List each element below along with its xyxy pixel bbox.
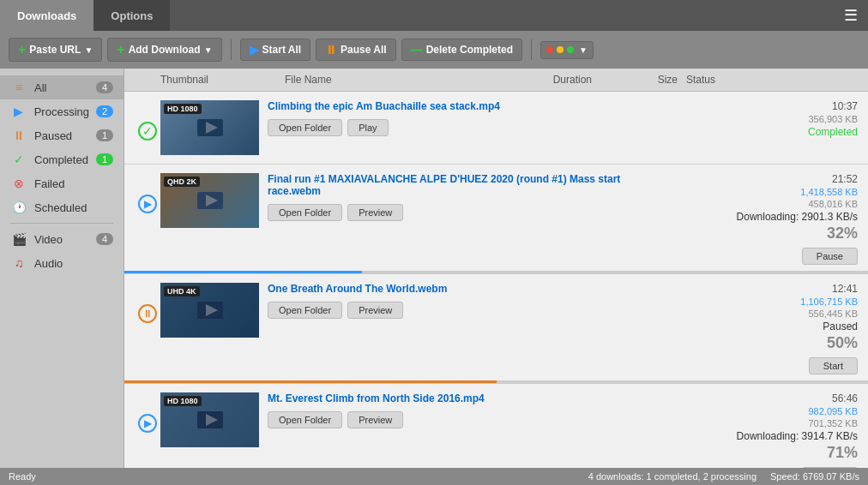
item-status-1: Completed [808, 126, 858, 138]
sidebar-item-paused[interactable]: ⏸ Paused 1 [0, 123, 124, 147]
paste-url-dropdown-arrow: ▼ [84, 45, 93, 55]
thumb-badge-3: UHD 4K [164, 286, 200, 296]
add-download-button[interactable]: + Add Download ▼ [107, 38, 221, 62]
sidebar-item-completed[interactable]: ✓ Completed 1 [0, 147, 124, 171]
item-status-2: Downloading: 2901.3 KB/s [737, 211, 858, 223]
play-circle-icon-4: ▶ [138, 414, 157, 433]
processing-icon: ▶ [10, 105, 27, 118]
thumb-badge-2: QHD 2K [164, 177, 200, 187]
item-info-3: One Breath Around The World.webm Open Fo… [268, 283, 669, 319]
item-filename-2[interactable]: Final run #1 MAXIAVALANCHE ALPE D'HUEZ 2… [268, 173, 669, 197]
item-percent-3: 50% [827, 334, 858, 352]
progress-bar-container-2 [124, 271, 868, 273]
plus-icon: + [18, 42, 26, 57]
item-duration-4: 56:46 [832, 392, 858, 404]
item-status-icon-3: ⏸ [135, 283, 160, 323]
item-status-icon-1: ✓ [135, 100, 160, 141]
add-icon: + [117, 42, 124, 57]
item-actions-3: Open Folder Preview [268, 302, 669, 319]
preview-button-2[interactable]: Preview [347, 204, 403, 221]
delete-completed-button[interactable]: — Delete Completed [401, 39, 522, 61]
dot-menu-arrow: ▼ [579, 45, 588, 55]
item-actions-2: Open Folder Preview [268, 204, 669, 221]
add-dropdown-arrow: ▼ [204, 45, 213, 55]
failed-icon: ⊗ [10, 177, 27, 190]
item-thumbnail-1: HD 1080 [160, 100, 259, 155]
thumb-image-3 [197, 297, 223, 323]
item-filename-4[interactable]: Mt. Everest Climb from North Side 2016.m… [268, 392, 669, 404]
start-all-button[interactable]: ▶ Start All [240, 39, 311, 61]
col-header-filename: File Name [285, 74, 532, 86]
tab-options[interactable]: Options [93, 0, 170, 31]
speed-info: Speed: 6769.07 KB/s [770, 471, 859, 482]
sidebar-item-video[interactable]: 🎬 Video 4 [0, 227, 124, 251]
preview-button-3[interactable]: Preview [347, 302, 403, 319]
item-size-total-2: 1,418,558 KB [800, 187, 858, 197]
list-icon: ≡ [10, 81, 27, 94]
item-filename-3[interactable]: One Breath Around The World.webm [268, 283, 669, 295]
item-actions-4: Open Folder Preview [268, 411, 669, 428]
preview-button-4[interactable]: Preview [347, 411, 403, 428]
title-bar: Downloads Options ☰ [0, 0, 868, 31]
col-header-duration: Duration [532, 74, 600, 86]
item-info-4: Mt. Everest Climb from North Side 2016.m… [268, 392, 669, 428]
pause-button-2[interactable]: Pause [802, 248, 858, 265]
thumb-badge-1: HD 1080 [164, 104, 202, 114]
item-thumbnail-2: QHD 2K [160, 173, 259, 228]
item-filename-1[interactable]: Climbing the epic Am Buachaille sea stac… [268, 100, 669, 112]
sidebar-item-all[interactable]: ≡ All 4 [0, 75, 124, 99]
menu-button[interactable]: ☰ [834, 0, 868, 31]
progress-bar-container-3 [124, 380, 868, 383]
progress-bar-2 [124, 271, 362, 273]
dot-green [567, 46, 574, 53]
table-row: ▶ QHD 2K Final run #1 MAXIAVALANCHE ALPE… [124, 165, 868, 274]
item-status-3: Paused [823, 320, 858, 332]
table-header: Thumbnail File Name Duration Size Status [124, 69, 868, 92]
open-folder-button-1[interactable]: Open Folder [268, 119, 342, 136]
sidebar-badge-paused: 1 [96, 129, 113, 141]
tab-downloads[interactable]: Downloads [0, 0, 93, 31]
play-button-1[interactable]: Play [347, 119, 388, 136]
sidebar-label-scheduled: Scheduled [34, 201, 87, 214]
start-button-3[interactable]: Start [809, 357, 858, 374]
col-header-thumbnail: Thumbnail [160, 74, 285, 86]
item-size-total-3: 1,106,715 KB [800, 296, 858, 307]
status-ready: Ready [9, 471, 36, 482]
item-thumbnail-3: UHD 4K [160, 283, 259, 338]
sidebar-item-scheduled[interactable]: 🕐 Scheduled [0, 195, 124, 219]
video-icon: 🎬 [10, 232, 27, 246]
sidebar-badge-video: 4 [96, 233, 113, 245]
open-folder-button-3[interactable]: Open Folder [268, 302, 342, 319]
paste-url-button[interactable]: + Paste URL ▼ [9, 38, 102, 62]
sidebar-badge-all: 4 [96, 81, 113, 93]
open-folder-button-4[interactable]: Open Folder [268, 411, 342, 428]
item-size-dl-4: 701,352 KB [809, 418, 859, 428]
title-bar-spacer [170, 0, 834, 31]
dot-menu-button[interactable]: ▼ [540, 41, 594, 59]
item-size-1: 356,903 KB [809, 114, 859, 124]
sidebar-label-video: Video [34, 233, 63, 246]
sidebar-item-processing[interactable]: ▶ Processing 2 [0, 99, 124, 123]
item-thumbnail-4: HD 1080 [160, 392, 259, 447]
item-size-total-4: 982,095 KB [809, 406, 859, 416]
sidebar-label-paused: Paused [34, 129, 72, 142]
item-status-4: Downloading: 3914.7 KB/s [737, 430, 858, 442]
item-size-dl-2: 458,016 KB [809, 199, 859, 209]
item-right-1: 10:37 356,903 KB Completed [669, 100, 858, 138]
dot-menu-icons [546, 46, 574, 53]
main-layout: ≡ All 4 ▶ Processing 2 ⏸ Paused 1 ✓ Comp… [0, 69, 868, 468]
item-actions-1: Open Folder Play [268, 119, 669, 136]
pause-button-4[interactable]: Pause [802, 467, 858, 468]
toolbar-separator-1 [231, 39, 232, 60]
dot-yellow [557, 46, 564, 53]
open-folder-button-2[interactable]: Open Folder [268, 204, 342, 221]
pause-all-button[interactable]: ⏸ Pause All [316, 39, 396, 61]
audio-icon: ♫ [10, 256, 27, 270]
sidebar-divider [10, 223, 113, 224]
item-right-2: 21:52 1,418,558 KB 458,016 KB Downloadin… [669, 173, 858, 265]
dot-red [546, 46, 553, 53]
downloads-info: 4 downloads: 1 completed, 2 processing [588, 471, 756, 482]
sidebar-item-failed[interactable]: ⊗ Failed [0, 171, 124, 195]
play-circle-icon: ▶ [138, 195, 157, 213]
sidebar-item-audio[interactable]: ♫ Audio [0, 251, 124, 275]
